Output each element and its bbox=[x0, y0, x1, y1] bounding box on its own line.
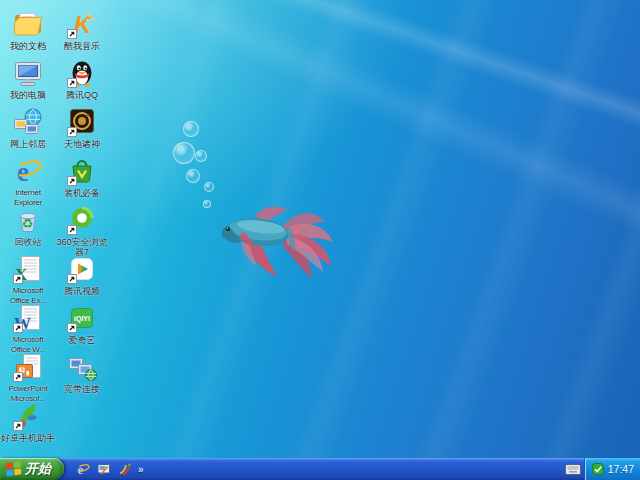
language-bar-keyboard-icon[interactable] bbox=[562, 459, 584, 479]
windows-flag-icon bbox=[5, 461, 22, 477]
my-computer-icon bbox=[12, 57, 44, 89]
icon-label: 回收站 bbox=[1, 237, 55, 247]
icon-label: 爱奇艺 bbox=[55, 335, 109, 345]
quick-launch-overflow-chevron[interactable]: » bbox=[138, 464, 144, 475]
powerpoint-icon bbox=[12, 351, 44, 383]
icon-label: 天地诸神 bbox=[55, 139, 109, 149]
desktop-icon-powerpoint[interactable]: PowerPoint Microsof... bbox=[1, 351, 55, 404]
haozhuo-assistant-icon bbox=[12, 400, 44, 432]
icon-label: 腾讯QQ bbox=[55, 90, 109, 100]
desktop-icon-zhuangji-bibei[interactable]: 装机必备 bbox=[55, 155, 109, 198]
recycle-bin-icon: ♻ bbox=[12, 204, 44, 236]
desktop-icon-iqiyi[interactable]: iQIYI 爱奇艺 bbox=[55, 302, 109, 345]
desktop-wallpaper: 我的文档 我的电脑 网上邻居 e Internet Explorer bbox=[0, 0, 640, 480]
desktop-icon-word[interactable]: W Microsoft Office W... bbox=[1, 302, 55, 355]
word-icon: W bbox=[12, 302, 44, 334]
icon-label: 装机必备 bbox=[55, 188, 109, 198]
desktop-icon-broadband[interactable]: 宽带连接 bbox=[55, 351, 109, 394]
icon-label: 网上邻居 bbox=[1, 139, 55, 149]
excel-icon: X bbox=[12, 253, 44, 285]
desktop-icon-my-documents[interactable]: 我的文档 bbox=[1, 8, 55, 51]
360-browser-icon bbox=[66, 204, 98, 236]
svg-text:♻: ♻ bbox=[22, 216, 34, 231]
icon-label: 我的文档 bbox=[1, 41, 55, 51]
desktop-icon-kuwo-music[interactable]: K 酷我音乐 bbox=[55, 8, 109, 51]
tencent-video-icon bbox=[66, 253, 98, 285]
desktop-icon-excel[interactable]: X Microsoft Office Ex... bbox=[1, 253, 55, 306]
icon-label: 酷我音乐 bbox=[55, 41, 109, 51]
start-button[interactable]: 开始 bbox=[0, 458, 64, 480]
light-ray-streak bbox=[51, 0, 640, 340]
desktop-icon-tencent-qq[interactable]: 腾讯QQ bbox=[55, 57, 109, 100]
icon-label: 宽带连接 bbox=[55, 384, 109, 394]
bubble bbox=[195, 150, 207, 162]
antivirus-tray-icon[interactable] bbox=[592, 463, 604, 475]
kuwo-music-icon: K bbox=[66, 8, 98, 40]
iqiyi-icon: iQIYI bbox=[66, 302, 98, 334]
svg-text:iQIYI: iQIYI bbox=[74, 315, 90, 323]
icon-label: 好卓手机助手 bbox=[1, 433, 55, 443]
start-button-label: 开始 bbox=[25, 460, 51, 478]
taskbar-clock[interactable]: 17:47 bbox=[608, 463, 634, 475]
desktop-icon-haozhuo-assistant[interactable]: 好卓手机助手 bbox=[1, 400, 55, 443]
show-desktop-icon[interactable] bbox=[95, 460, 112, 478]
ie-quick-launch-icon[interactable]: e bbox=[74, 460, 91, 478]
bubble bbox=[183, 121, 199, 137]
media-player-icon[interactable] bbox=[116, 460, 133, 478]
tiandizhushen-game-icon bbox=[66, 106, 98, 138]
internet-explorer-icon: e bbox=[12, 155, 44, 187]
broadband-connection-icon bbox=[66, 351, 98, 383]
taskbar: 开始 e bbox=[0, 458, 640, 480]
desktop-icon-recycle-bin[interactable]: ♻ 回收站 bbox=[1, 204, 55, 247]
bubble bbox=[186, 169, 200, 183]
betta-fish-wallpaper bbox=[203, 190, 343, 290]
system-tray: 17:47 bbox=[584, 458, 640, 480]
desktop-icon-internet-explorer[interactable]: e Internet Explorer bbox=[1, 155, 55, 208]
my-documents-icon bbox=[12, 8, 44, 40]
desktop-icon-tiandizhushen[interactable]: 天地诸神 bbox=[55, 106, 109, 149]
svg-text:e: e bbox=[77, 462, 83, 476]
quick-launch-bar: e » bbox=[74, 460, 144, 478]
desktop-icon-network-places[interactable]: 网上邻居 bbox=[1, 106, 55, 149]
icon-label: 腾讯视频 bbox=[55, 286, 109, 296]
desktop-icon-tencent-video[interactable]: 腾讯视频 bbox=[55, 253, 109, 296]
network-places-icon bbox=[12, 106, 44, 138]
desktop-icon-360-browser[interactable]: 360安全浏览 器7 bbox=[55, 204, 109, 257]
shopping-bag-icon bbox=[66, 155, 98, 187]
bubble bbox=[173, 142, 195, 164]
desktop-icon-my-computer[interactable]: 我的电脑 bbox=[1, 57, 55, 100]
icon-label: 我的电脑 bbox=[1, 90, 55, 100]
qq-penguin-icon bbox=[66, 57, 98, 89]
